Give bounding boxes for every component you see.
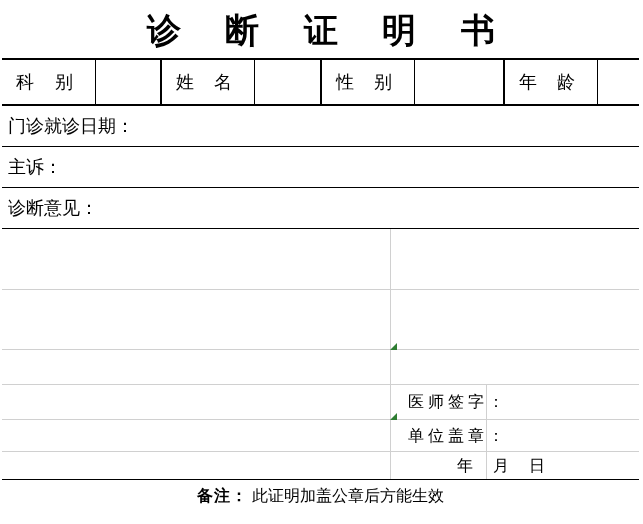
visit-date-row: 门诊就诊日期： bbox=[2, 106, 639, 147]
age-value[interactable] bbox=[598, 60, 639, 104]
footnote-text: 此证明加盖公章后方能生效 bbox=[252, 487, 444, 504]
day-label: 日 bbox=[529, 457, 545, 474]
sex-label: 性 别 bbox=[322, 60, 416, 104]
footnote-row: 备注： 此证明加盖公章后方能生效 bbox=[2, 479, 639, 511]
doctor-signature-label: 医 师 签 字 ： bbox=[408, 392, 504, 413]
chief-complaint-row: 主诉： bbox=[2, 147, 639, 188]
marker-icon bbox=[390, 343, 397, 350]
year-label: 年 bbox=[457, 457, 473, 474]
page-title: 诊 断 证 明 书 bbox=[2, 2, 639, 60]
diagnosis-label-row: 诊断意见： bbox=[2, 188, 639, 229]
complaint-label: 主诉： bbox=[8, 157, 62, 177]
name-label: 姓 名 bbox=[162, 60, 256, 104]
age-label: 年 龄 bbox=[505, 60, 599, 104]
diagnosis-body-area[interactable]: 医 师 签 字 ： 单 位 盖 章 ： 年 月 日 bbox=[2, 229, 639, 479]
sex-value[interactable] bbox=[415, 60, 505, 104]
marker-icon bbox=[390, 413, 397, 420]
dept-label: 科 别 bbox=[2, 60, 96, 104]
visit-date-label: 门诊就诊日期： bbox=[8, 116, 134, 136]
diagnosis-label: 诊断意见： bbox=[8, 198, 98, 218]
patient-info-row: 科 别 姓 名 性 别 年 龄 bbox=[2, 60, 639, 106]
dept-value[interactable] bbox=[96, 60, 162, 104]
month-label: 月 bbox=[493, 457, 509, 474]
medical-certificate-form: 诊 断 证 明 书 科 别 姓 名 性 别 年 龄 门诊就诊日期： 主诉： 诊断… bbox=[2, 2, 639, 511]
unit-seal-label: 单 位 盖 章 ： bbox=[408, 426, 504, 447]
date-row: 年 月 日 bbox=[457, 456, 545, 477]
name-value[interactable] bbox=[255, 60, 321, 104]
footnote-label: 备注： bbox=[197, 487, 248, 504]
